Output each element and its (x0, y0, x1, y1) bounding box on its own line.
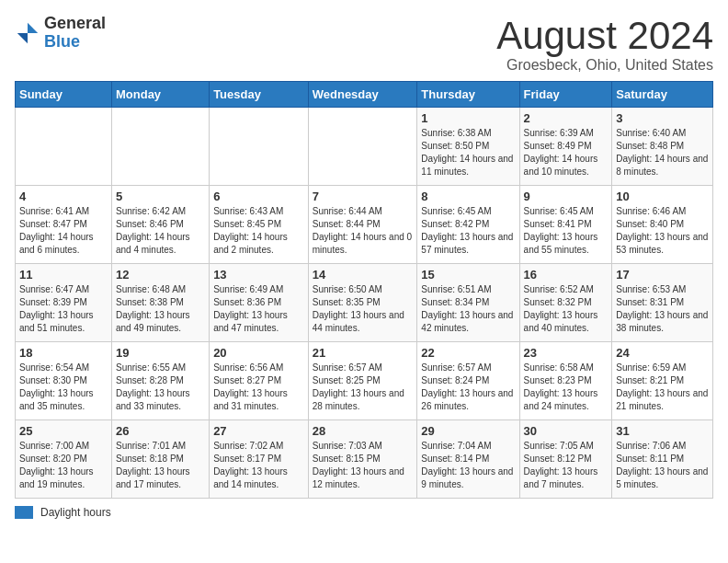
calendar-table: Sunday Monday Tuesday Wednesday Thursday… (15, 81, 713, 499)
calendar-cell: 6Sunrise: 6:43 AMSunset: 8:45 PMDaylight… (210, 186, 309, 264)
col-tuesday: Tuesday (210, 82, 309, 108)
calendar-cell: 28Sunrise: 7:03 AMSunset: 8:15 PMDayligh… (308, 420, 417, 499)
calendar-body: 1Sunrise: 6:38 AMSunset: 8:50 PMDaylight… (16, 108, 713, 499)
day-number: 3 (616, 111, 709, 125)
day-info: Sunrise: 6:50 AMSunset: 8:35 PMDaylight:… (313, 283, 414, 335)
logo-blue-text: Blue (44, 33, 106, 52)
day-info: Sunrise: 6:42 AMSunset: 8:46 PMDaylight:… (116, 205, 205, 257)
day-number: 29 (421, 424, 515, 438)
calendar-week-3: 11Sunrise: 6:47 AMSunset: 8:39 PMDayligh… (16, 264, 713, 342)
calendar-week-2: 4Sunrise: 6:41 AMSunset: 8:47 PMDaylight… (16, 186, 713, 264)
day-info: Sunrise: 7:00 AMSunset: 8:20 PMDaylight:… (19, 440, 108, 491)
day-info: Sunrise: 6:53 AMSunset: 8:31 PMDaylight:… (616, 283, 709, 335)
calendar-cell: 3Sunrise: 6:40 AMSunset: 8:48 PMDaylight… (612, 108, 713, 186)
day-number: 10 (616, 190, 709, 203)
day-number: 7 (313, 190, 414, 203)
day-number: 20 (213, 346, 304, 360)
day-info: Sunrise: 6:49 AMSunset: 8:36 PMDaylight:… (213, 283, 304, 335)
col-friday: Friday (519, 82, 612, 108)
day-number: 21 (313, 346, 414, 360)
day-number: 11 (19, 268, 108, 282)
calendar-cell: 9Sunrise: 6:45 AMSunset: 8:41 PMDaylight… (519, 186, 612, 264)
calendar-cell: 21Sunrise: 6:57 AMSunset: 8:25 PMDayligh… (308, 342, 417, 420)
day-number: 2 (524, 111, 609, 125)
calendar-week-1: 1Sunrise: 6:38 AMSunset: 8:50 PMDaylight… (16, 108, 713, 186)
calendar-cell: 31Sunrise: 7:06 AMSunset: 8:11 PMDayligh… (612, 420, 713, 499)
col-monday: Monday (111, 82, 209, 108)
day-number: 15 (421, 268, 515, 282)
day-number: 13 (213, 268, 304, 282)
day-info: Sunrise: 6:45 AMSunset: 8:41 PMDaylight:… (524, 205, 609, 257)
calendar-cell: 18Sunrise: 6:54 AMSunset: 8:30 PMDayligh… (16, 342, 112, 420)
day-number: 4 (19, 190, 108, 203)
day-info: Sunrise: 6:48 AMSunset: 8:38 PMDaylight:… (116, 283, 205, 335)
logo: General Blue (15, 15, 106, 52)
col-sunday: Sunday (16, 82, 112, 108)
calendar-cell (308, 108, 417, 186)
logo-text: General Blue (44, 15, 106, 52)
day-number: 23 (524, 346, 609, 360)
day-number: 1 (421, 111, 515, 125)
day-info: Sunrise: 6:58 AMSunset: 8:23 PMDaylight:… (524, 362, 609, 413)
day-info: Sunrise: 7:04 AMSunset: 8:14 PMDaylight:… (421, 440, 515, 491)
day-info: Sunrise: 6:56 AMSunset: 8:27 PMDaylight:… (213, 362, 304, 413)
svg-marker-0 (28, 23, 38, 33)
page-header: General Blue August 2024 Groesbeck, Ohio… (15, 15, 713, 74)
legend-color-box (15, 506, 33, 519)
day-number: 12 (116, 268, 205, 282)
day-number: 30 (524, 424, 609, 438)
day-number: 5 (116, 190, 205, 203)
calendar-cell: 19Sunrise: 6:55 AMSunset: 8:28 PMDayligh… (111, 342, 209, 420)
svg-marker-1 (17, 33, 28, 43)
calendar-cell: 13Sunrise: 6:49 AMSunset: 8:36 PMDayligh… (210, 264, 309, 342)
day-info: Sunrise: 6:54 AMSunset: 8:30 PMDaylight:… (19, 362, 108, 413)
calendar-cell: 4Sunrise: 6:41 AMSunset: 8:47 PMDaylight… (16, 186, 112, 264)
calendar-cell: 25Sunrise: 7:00 AMSunset: 8:20 PMDayligh… (16, 420, 112, 499)
legend: Daylight hours (15, 506, 713, 519)
calendar-cell: 10Sunrise: 6:46 AMSunset: 8:40 PMDayligh… (612, 186, 713, 264)
calendar-cell: 8Sunrise: 6:45 AMSunset: 8:42 PMDaylight… (417, 186, 519, 264)
day-number: 18 (19, 346, 108, 360)
calendar-week-5: 25Sunrise: 7:00 AMSunset: 8:20 PMDayligh… (16, 420, 713, 499)
day-info: Sunrise: 6:47 AMSunset: 8:39 PMDaylight:… (19, 283, 108, 335)
col-thursday: Thursday (417, 82, 519, 108)
calendar-cell: 20Sunrise: 6:56 AMSunset: 8:27 PMDayligh… (210, 342, 309, 420)
col-saturday: Saturday (612, 82, 713, 108)
logo-general-text: General (44, 15, 106, 33)
logo-icon (15, 20, 40, 46)
calendar-cell: 1Sunrise: 6:38 AMSunset: 8:50 PMDaylight… (417, 108, 519, 186)
calendar-cell: 15Sunrise: 6:51 AMSunset: 8:34 PMDayligh… (417, 264, 519, 342)
day-info: Sunrise: 7:01 AMSunset: 8:18 PMDaylight:… (116, 440, 205, 491)
day-info: Sunrise: 7:02 AMSunset: 8:17 PMDaylight:… (213, 440, 304, 491)
day-info: Sunrise: 6:57 AMSunset: 8:25 PMDaylight:… (313, 362, 414, 413)
calendar-cell: 14Sunrise: 6:50 AMSunset: 8:35 PMDayligh… (308, 264, 417, 342)
day-number: 31 (616, 424, 709, 438)
calendar-cell: 22Sunrise: 6:57 AMSunset: 8:24 PMDayligh… (417, 342, 519, 420)
calendar-cell: 30Sunrise: 7:05 AMSunset: 8:12 PMDayligh… (519, 420, 612, 499)
day-number: 9 (524, 190, 609, 203)
day-number: 17 (616, 268, 709, 282)
day-info: Sunrise: 7:05 AMSunset: 8:12 PMDaylight:… (524, 440, 609, 491)
day-info: Sunrise: 7:06 AMSunset: 8:11 PMDaylight:… (616, 440, 709, 491)
calendar-cell: 11Sunrise: 6:47 AMSunset: 8:39 PMDayligh… (16, 264, 112, 342)
day-number: 27 (213, 424, 304, 438)
day-number: 6 (213, 190, 304, 203)
day-number: 28 (313, 424, 414, 438)
calendar-week-4: 18Sunrise: 6:54 AMSunset: 8:30 PMDayligh… (16, 342, 713, 420)
title-block: August 2024 Groesbeck, Ohio, United Stat… (496, 15, 713, 74)
day-info: Sunrise: 6:51 AMSunset: 8:34 PMDaylight:… (421, 283, 515, 335)
day-info: Sunrise: 6:40 AMSunset: 8:48 PMDaylight:… (616, 127, 709, 178)
day-info: Sunrise: 6:44 AMSunset: 8:44 PMDaylight:… (313, 205, 414, 257)
calendar-subtitle: Groesbeck, Ohio, United States (496, 57, 713, 74)
day-info: Sunrise: 7:03 AMSunset: 8:15 PMDaylight:… (313, 440, 414, 491)
calendar-cell: 16Sunrise: 6:52 AMSunset: 8:32 PMDayligh… (519, 264, 612, 342)
calendar-cell: 2Sunrise: 6:39 AMSunset: 8:49 PMDaylight… (519, 108, 612, 186)
day-info: Sunrise: 6:46 AMSunset: 8:40 PMDaylight:… (616, 205, 709, 257)
day-number: 14 (313, 268, 414, 282)
day-number: 24 (616, 346, 709, 360)
legend-label: Daylight hours (40, 506, 111, 519)
calendar-cell: 17Sunrise: 6:53 AMSunset: 8:31 PMDayligh… (612, 264, 713, 342)
calendar-cell: 24Sunrise: 6:59 AMSunset: 8:21 PMDayligh… (612, 342, 713, 420)
day-info: Sunrise: 6:52 AMSunset: 8:32 PMDaylight:… (524, 283, 609, 335)
calendar-cell: 26Sunrise: 7:01 AMSunset: 8:18 PMDayligh… (111, 420, 209, 499)
